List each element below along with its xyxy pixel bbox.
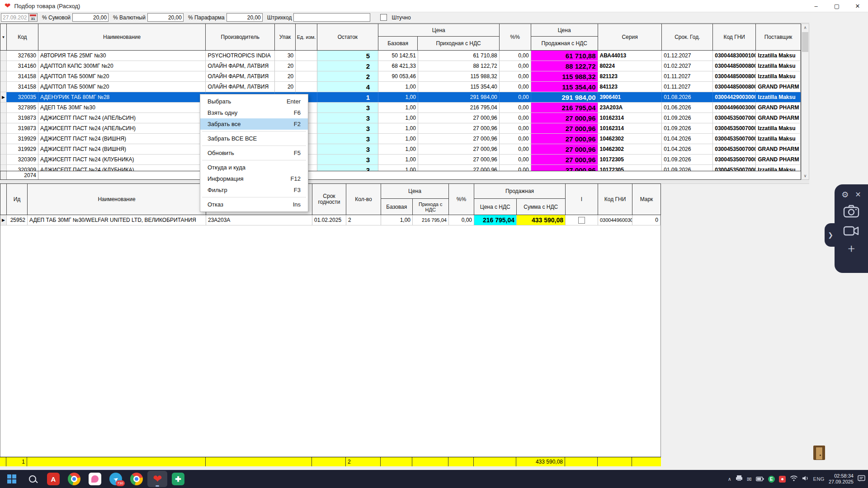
bheader-id[interactable]: Ид xyxy=(7,184,28,215)
cell-name: АДАПТОЛ КАПС 300МГ №20 xyxy=(38,61,206,71)
cell-gni: 03004496003000 xyxy=(713,103,756,113)
maximize-button[interactable]: ▢ xyxy=(826,0,847,12)
bheader-sum-vat[interactable]: Сумма с НДС xyxy=(517,199,565,215)
taskbar-app-acrobat[interactable]: A xyxy=(43,471,63,487)
menu-item[interactable]: Забрать ВСЕ ВСЕ xyxy=(200,133,308,144)
product-row[interactable]: 314158АДАПТОЛ ТАБ 500МГ №20ОЛАЙН ФАРМ, Л… xyxy=(0,71,801,82)
tray-expand-icon[interactable]: ∧ xyxy=(728,476,731,482)
header-expiry[interactable]: Срок. Год. xyxy=(662,24,713,50)
cell-series: 3906401 xyxy=(598,92,662,102)
battery-icon[interactable] xyxy=(756,475,764,483)
bheader-expiry[interactable]: Срок годности xyxy=(312,184,346,215)
header-base-price[interactable]: Базовая xyxy=(378,37,418,50)
calendar-button[interactable]: 31 xyxy=(29,13,38,22)
notification-center-icon[interactable] xyxy=(858,475,865,483)
minimize-button[interactable]: – xyxy=(806,0,826,12)
bheader-percent[interactable]: %% xyxy=(449,184,474,215)
camera-icon[interactable] xyxy=(843,204,859,220)
printer-icon[interactable] xyxy=(736,475,743,483)
taskbar-app-pharmacy[interactable]: ❤ xyxy=(147,471,167,487)
bheader-flag[interactable]: I xyxy=(566,184,598,215)
currency-percent-input[interactable] xyxy=(147,13,184,22)
plus-icon[interactable]: ＋ xyxy=(845,242,857,254)
taskbar-app-pink[interactable] xyxy=(85,471,105,487)
product-row[interactable]: 314158АДАПТОЛ ТАБ 500МГ №20ОЛАЙН ФАРМ, Л… xyxy=(0,82,801,92)
volume-icon[interactable] xyxy=(802,475,809,483)
header-sale-price[interactable]: Продажная с НДС xyxy=(531,37,598,50)
bheader-income[interactable]: Прихода с НДС xyxy=(413,199,448,215)
sum-percent-input[interactable] xyxy=(72,13,108,22)
main-table-scrollbar[interactable]: ∧ ∨ xyxy=(801,23,809,180)
menu-item[interactable]: ОбновитьF5 xyxy=(200,147,308,159)
header-name[interactable]: Наименование xyxy=(38,24,206,50)
menu-item[interactable]: Забрать всеF2 xyxy=(200,118,308,130)
header-gni[interactable]: Код ГНИ xyxy=(713,24,756,50)
menu-item[interactable]: ОтказIns xyxy=(200,199,308,210)
exit-door-icon[interactable] xyxy=(813,446,825,460)
header-pack[interactable]: Упак xyxy=(275,24,296,50)
tray-e-icon[interactable]: E xyxy=(768,476,775,483)
cell-sale: 27 000,96 xyxy=(531,155,598,164)
search-button[interactable] xyxy=(23,471,42,487)
product-row[interactable]: 320309АДЖИСЕПТ ПАСТ №24 (КЛУБНИКА)31,002… xyxy=(0,155,801,165)
header-income-price[interactable]: Приходная с НДС xyxy=(418,37,499,50)
cell-pct: 0,00 xyxy=(500,123,531,133)
header-percent[interactable]: %% xyxy=(500,24,531,50)
video-icon[interactable] xyxy=(843,225,859,239)
chevron-right-icon: ❯ xyxy=(828,231,833,239)
menu-item[interactable]: ФильтрF3 xyxy=(200,184,308,196)
panel-close-icon[interactable]: ✕ xyxy=(855,191,861,198)
product-row[interactable]: 319873АДЖИСЕПТ ПАСТ №24 (АПЕЛЬСИН)31,002… xyxy=(0,113,801,123)
header-unit[interactable]: Ед. изм. xyxy=(296,24,317,50)
gear-icon[interactable]: ⚙ xyxy=(841,191,849,199)
menu-item[interactable]: ИнформацияF12 xyxy=(200,173,308,184)
product-row[interactable]: 327895АДЕП ТАБ 30МГ №3031,00216 795,040,… xyxy=(0,103,801,113)
notification-badge: 730 xyxy=(116,480,125,486)
dropdown-icon[interactable]: ▼ xyxy=(2,35,5,39)
product-row[interactable]: ▶320035АДЕНУРИК ТАБ 80МГ №28МЕНАРИНИ, ГЕ… xyxy=(0,92,801,103)
cell-marker: ▶ xyxy=(0,215,7,225)
piece-checkbox[interactable] xyxy=(380,14,387,21)
taskbar-app-green[interactable]: ✚ xyxy=(168,471,188,487)
menu-item[interactable]: Взять однуF6 xyxy=(200,107,308,118)
bheader-base[interactable]: Базовая xyxy=(381,199,413,215)
taskbar-app-telegram[interactable]: ➤730 xyxy=(106,471,126,487)
parapharma-percent-input[interactable] xyxy=(226,13,263,22)
product-row[interactable]: 319929АДЖИСЕПТ ПАСТ №24 (ВИШНЯ)31,0027 0… xyxy=(0,134,801,144)
product-row[interactable]: 319929АДЖИСЕПТ ПАСТ №24 (ВИШНЯ)31,0027 0… xyxy=(0,144,801,155)
menu-item[interactable]: Откуда и куда xyxy=(200,162,308,173)
scroll-up-icon[interactable]: ∧ xyxy=(802,24,809,31)
scrollbar-thumb[interactable] xyxy=(802,32,808,52)
cell-sale: 61 710,88 xyxy=(531,51,598,61)
bheader-qty[interactable]: Кол-во xyxy=(346,184,381,215)
language-indicator[interactable]: ENG xyxy=(813,476,825,482)
tray-red-icon[interactable] xyxy=(779,476,786,483)
taskbar-app-chrome[interactable] xyxy=(64,471,84,487)
header-supplier[interactable]: Поставщик xyxy=(756,24,801,50)
header-series[interactable]: Серия xyxy=(598,24,662,50)
row-checkbox[interactable] xyxy=(578,217,585,224)
header-producer[interactable]: Производитель xyxy=(206,24,275,50)
product-row[interactable]: 314160АДАПТОЛ КАПС 300МГ №20ОЛАЙН ФАРМ, … xyxy=(0,61,801,71)
date-input[interactable] xyxy=(1,13,29,22)
bheader-gni[interactable]: Код ГНИ xyxy=(598,184,632,215)
bheader-name[interactable]: Наименование xyxy=(28,184,206,215)
header-stock[interactable]: Остаток xyxy=(317,24,378,50)
product-row[interactable]: 319873АДЖИСЕПТ ПАСТ №24 (АПЕЛЬСИН)31,002… xyxy=(0,123,801,134)
close-button[interactable]: ✕ xyxy=(847,0,868,12)
bheader-price-vat[interactable]: Цена с НДС xyxy=(474,199,517,215)
barcode-input[interactable] xyxy=(293,13,370,22)
scroll-down-icon[interactable]: ∨ xyxy=(802,172,809,179)
product-row[interactable]: 327630АВТОРИЯ ТАБ 25МГ №30PSYCHOTROPICS … xyxy=(0,51,801,61)
mail-icon[interactable]: ✉ xyxy=(747,476,752,483)
taskbar-app-browser2[interactable] xyxy=(127,471,146,487)
wifi-icon[interactable] xyxy=(790,475,798,483)
header-code[interactable]: Код xyxy=(7,24,38,50)
taskbar-clock[interactable]: 02:58:34 27.09.2025 xyxy=(829,473,854,485)
cell-expiry: 01.04.2026 xyxy=(662,144,713,154)
selected-item-row[interactable]: ▶25952АДЕП ТАБ 30МГ №30/WELFAR UNITED LT… xyxy=(0,215,660,225)
panel-collapse-tab[interactable]: ❯ xyxy=(825,223,836,247)
menu-item[interactable]: ВыбратьEnter xyxy=(200,96,308,107)
start-button[interactable] xyxy=(2,471,22,487)
bheader-mark[interactable]: Марк xyxy=(632,184,660,215)
